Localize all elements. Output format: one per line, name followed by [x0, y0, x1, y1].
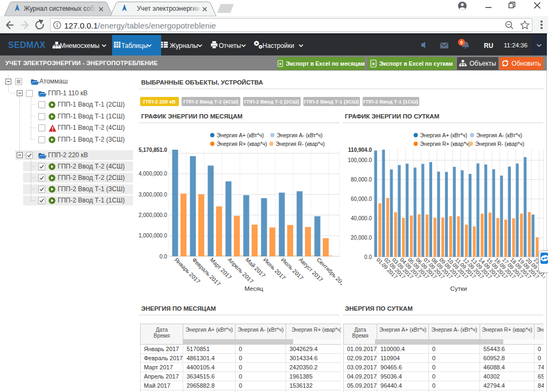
svg-text:Энергия R+ (квар*ч): Энергия R+ (квар*ч) — [420, 141, 471, 147]
svg-text:Энергия A+ (кВт*ч): Энергия A+ (кВт*ч) — [420, 132, 468, 138]
svg-text:80,000.0: 80,000.0 — [351, 177, 372, 183]
svg-text:20,000.0: 20,000.0 — [351, 235, 372, 241]
svg-text:0.0: 0.0 — [364, 254, 372, 260]
svg-text:3,000,000.0: 3,000,000.0 — [138, 192, 167, 198]
svg-text:4,000,000.0: 4,000,000.0 — [138, 171, 167, 177]
svg-text:110,904.0: 110,904.0 — [348, 147, 372, 153]
svg-text:100,000.0: 100,000.0 — [348, 157, 372, 163]
svg-text:5,170,851.0: 5,170,851.0 — [138, 147, 167, 153]
svg-text:Энергия R+ (квар*ч): Энергия R+ (квар*ч) — [217, 141, 267, 147]
svg-text:0.0: 0.0 — [159, 254, 167, 260]
svg-text:Сентябрь 2017: Сентябрь 2017 — [316, 256, 342, 289]
svg-text:0: 0 — [460, 40, 463, 45]
svg-text:Месяц: Месяц — [245, 285, 263, 292]
svg-text:Энергия A- (кВт*ч): Энергия A- (кВт*ч) — [277, 132, 323, 138]
svg-text:Сутки: Сутки — [450, 285, 467, 292]
svg-text:40,000.0: 40,000.0 — [351, 215, 372, 221]
svg-text:Энергия A- (кВт*ч): Энергия A- (кВт*ч) — [476, 132, 522, 138]
svg-text:2,000,000.0: 2,000,000.0 — [138, 212, 167, 218]
svg-text:60,000.0: 60,000.0 — [351, 196, 372, 202]
svg-text:Энергия R- (квар*ч): Энергия R- (квар*ч) — [475, 141, 524, 147]
svg-text:Энергия A+ (кВт*ч): Энергия A+ (кВт*ч) — [217, 132, 264, 138]
svg-text:1,000,000.0: 1,000,000.0 — [138, 233, 167, 239]
svg-text:Энергия R- (квар*ч): Энергия R- (квар*ч) — [276, 141, 325, 147]
